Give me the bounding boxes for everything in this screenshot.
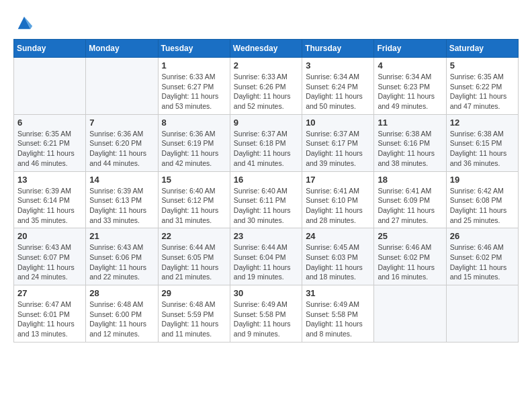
calendar-cell: 6Sunrise: 6:35 AM Sunset: 6:21 PM Daylig… xyxy=(14,114,86,171)
cell-content: Sunrise: 6:43 AM Sunset: 6:07 PM Dayligh… xyxy=(17,242,82,282)
calendar-week-row: 13Sunrise: 6:39 AM Sunset: 6:14 PM Dayli… xyxy=(14,171,519,228)
logo xyxy=(13,13,34,32)
calendar-cell: 26Sunrise: 6:46 AM Sunset: 6:02 PM Dayli… xyxy=(446,228,518,285)
logo-text xyxy=(13,13,34,32)
cell-content: Sunrise: 6:36 AM Sunset: 6:20 PM Dayligh… xyxy=(89,129,154,169)
calendar-cell: 23Sunrise: 6:44 AM Sunset: 6:04 PM Dayli… xyxy=(230,228,302,285)
day-number: 7 xyxy=(89,118,154,128)
day-number: 4 xyxy=(378,60,442,71)
cell-content: Sunrise: 6:39 AM Sunset: 6:13 PM Dayligh… xyxy=(89,186,154,226)
cell-content: Sunrise: 6:37 AM Sunset: 6:17 PM Dayligh… xyxy=(306,129,370,169)
day-number: 17 xyxy=(306,175,370,185)
cell-content: Sunrise: 6:40 AM Sunset: 6:11 PM Dayligh… xyxy=(234,186,298,226)
day-number: 2 xyxy=(234,60,298,71)
day-number: 28 xyxy=(89,288,154,298)
day-number: 25 xyxy=(378,231,442,241)
cell-content: Sunrise: 6:39 AM Sunset: 6:14 PM Dayligh… xyxy=(17,186,82,226)
calendar-cell: 9Sunrise: 6:37 AM Sunset: 6:18 PM Daylig… xyxy=(230,114,302,171)
calendar-week-row: 6Sunrise: 6:35 AM Sunset: 6:21 PM Daylig… xyxy=(14,114,519,171)
calendar-cell xyxy=(374,285,446,342)
calendar-cell: 16Sunrise: 6:40 AM Sunset: 6:11 PM Dayli… xyxy=(230,171,302,228)
cell-content: Sunrise: 6:41 AM Sunset: 6:09 PM Dayligh… xyxy=(378,186,442,226)
calendar-cell: 14Sunrise: 6:39 AM Sunset: 6:13 PM Dayli… xyxy=(86,171,158,228)
calendar-cell: 29Sunrise: 6:48 AM Sunset: 5:59 PM Dayli… xyxy=(158,285,230,342)
calendar-cell: 24Sunrise: 6:45 AM Sunset: 6:03 PM Dayli… xyxy=(302,228,374,285)
calendar-cell: 20Sunrise: 6:43 AM Sunset: 6:07 PM Dayli… xyxy=(14,228,86,285)
day-number: 6 xyxy=(17,118,82,128)
calendar-cell: 27Sunrise: 6:47 AM Sunset: 6:01 PM Dayli… xyxy=(14,285,86,342)
day-number: 21 xyxy=(89,231,154,241)
calendar-cell: 10Sunrise: 6:37 AM Sunset: 6:17 PM Dayli… xyxy=(302,114,374,171)
calendar-cell: 11Sunrise: 6:38 AM Sunset: 6:16 PM Dayli… xyxy=(374,114,446,171)
calendar-cell: 4Sunrise: 6:34 AM Sunset: 6:23 PM Daylig… xyxy=(374,58,446,115)
day-number: 3 xyxy=(306,60,370,71)
calendar-table: SundayMondayTuesdayWednesdayThursdayFrid… xyxy=(13,39,519,342)
day-header-monday: Monday xyxy=(86,40,158,58)
cell-content: Sunrise: 6:40 AM Sunset: 6:12 PM Dayligh… xyxy=(162,186,226,226)
cell-content: Sunrise: 6:47 AM Sunset: 6:01 PM Dayligh… xyxy=(17,300,82,339)
cell-content: Sunrise: 6:44 AM Sunset: 6:04 PM Dayligh… xyxy=(234,242,298,282)
day-number: 5 xyxy=(450,60,515,71)
cell-content: Sunrise: 6:34 AM Sunset: 6:23 PM Dayligh… xyxy=(378,72,442,111)
calendar-cell xyxy=(14,58,86,115)
day-number: 31 xyxy=(306,288,370,298)
day-header-sunday: Sunday xyxy=(14,40,86,58)
day-number: 1 xyxy=(162,60,226,71)
day-number: 24 xyxy=(306,231,370,241)
calendar-week-row: 1Sunrise: 6:33 AM Sunset: 6:27 PM Daylig… xyxy=(14,58,519,115)
day-number: 14 xyxy=(89,175,154,185)
day-number: 19 xyxy=(450,175,515,185)
day-header-saturday: Saturday xyxy=(446,40,518,58)
cell-content: Sunrise: 6:48 AM Sunset: 6:00 PM Dayligh… xyxy=(89,300,154,339)
calendar-cell: 31Sunrise: 6:49 AM Sunset: 5:58 PM Dayli… xyxy=(302,285,374,342)
cell-content: Sunrise: 6:48 AM Sunset: 5:59 PM Dayligh… xyxy=(162,300,226,339)
calendar-cell: 18Sunrise: 6:41 AM Sunset: 6:09 PM Dayli… xyxy=(374,171,446,228)
day-number: 20 xyxy=(17,231,82,241)
calendar-cell: 30Sunrise: 6:49 AM Sunset: 5:58 PM Dayli… xyxy=(230,285,302,342)
cell-content: Sunrise: 6:46 AM Sunset: 6:02 PM Dayligh… xyxy=(450,242,515,282)
calendar-cell: 5Sunrise: 6:35 AM Sunset: 6:22 PM Daylig… xyxy=(446,58,518,115)
cell-content: Sunrise: 6:44 AM Sunset: 6:05 PM Dayligh… xyxy=(162,242,226,282)
day-number: 29 xyxy=(162,288,226,298)
calendar-cell: 22Sunrise: 6:44 AM Sunset: 6:05 PM Dayli… xyxy=(158,228,230,285)
cell-content: Sunrise: 6:35 AM Sunset: 6:22 PM Dayligh… xyxy=(450,72,515,111)
cell-content: Sunrise: 6:45 AM Sunset: 6:03 PM Dayligh… xyxy=(306,242,370,282)
calendar-cell: 7Sunrise: 6:36 AM Sunset: 6:20 PM Daylig… xyxy=(86,114,158,171)
day-number: 11 xyxy=(378,118,442,128)
day-header-wednesday: Wednesday xyxy=(230,40,302,58)
day-number: 10 xyxy=(306,118,370,128)
day-number: 22 xyxy=(162,231,226,241)
day-number: 15 xyxy=(162,175,226,185)
day-number: 16 xyxy=(234,175,298,185)
page-header xyxy=(13,13,519,32)
day-header-thursday: Thursday xyxy=(302,40,374,58)
cell-content: Sunrise: 6:33 AM Sunset: 6:27 PM Dayligh… xyxy=(162,72,226,111)
cell-content: Sunrise: 6:46 AM Sunset: 6:02 PM Dayligh… xyxy=(378,242,442,282)
day-number: 13 xyxy=(17,175,82,185)
calendar-cell: 8Sunrise: 6:36 AM Sunset: 6:19 PM Daylig… xyxy=(158,114,230,171)
cell-content: Sunrise: 6:33 AM Sunset: 6:26 PM Dayligh… xyxy=(234,72,298,111)
calendar-week-row: 20Sunrise: 6:43 AM Sunset: 6:07 PM Dayli… xyxy=(14,228,519,285)
calendar-cell: 1Sunrise: 6:33 AM Sunset: 6:27 PM Daylig… xyxy=(158,58,230,115)
calendar-cell: 15Sunrise: 6:40 AM Sunset: 6:12 PM Dayli… xyxy=(158,171,230,228)
cell-content: Sunrise: 6:42 AM Sunset: 6:08 PM Dayligh… xyxy=(450,186,515,226)
day-number: 23 xyxy=(234,231,298,241)
calendar-cell: 2Sunrise: 6:33 AM Sunset: 6:26 PM Daylig… xyxy=(230,58,302,115)
calendar-cell xyxy=(86,58,158,115)
day-number: 27 xyxy=(17,288,82,298)
calendar-cell: 19Sunrise: 6:42 AM Sunset: 6:08 PM Dayli… xyxy=(446,171,518,228)
day-number: 26 xyxy=(450,231,515,241)
calendar-cell: 21Sunrise: 6:43 AM Sunset: 6:06 PM Dayli… xyxy=(86,228,158,285)
calendar-week-row: 27Sunrise: 6:47 AM Sunset: 6:01 PM Dayli… xyxy=(14,285,519,342)
cell-content: Sunrise: 6:43 AM Sunset: 6:06 PM Dayligh… xyxy=(89,242,154,282)
day-number: 12 xyxy=(450,118,515,128)
cell-content: Sunrise: 6:36 AM Sunset: 6:19 PM Dayligh… xyxy=(162,129,226,169)
day-number: 30 xyxy=(234,288,298,298)
cell-content: Sunrise: 6:38 AM Sunset: 6:15 PM Dayligh… xyxy=(450,129,515,169)
calendar-cell: 28Sunrise: 6:48 AM Sunset: 6:00 PM Dayli… xyxy=(86,285,158,342)
cell-content: Sunrise: 6:38 AM Sunset: 6:16 PM Dayligh… xyxy=(378,129,442,169)
calendar-cell: 3Sunrise: 6:34 AM Sunset: 6:24 PM Daylig… xyxy=(302,58,374,115)
calendar-header-row: SundayMondayTuesdayWednesdayThursdayFrid… xyxy=(14,40,519,58)
calendar-cell: 25Sunrise: 6:46 AM Sunset: 6:02 PM Dayli… xyxy=(374,228,446,285)
cell-content: Sunrise: 6:35 AM Sunset: 6:21 PM Dayligh… xyxy=(17,129,82,169)
